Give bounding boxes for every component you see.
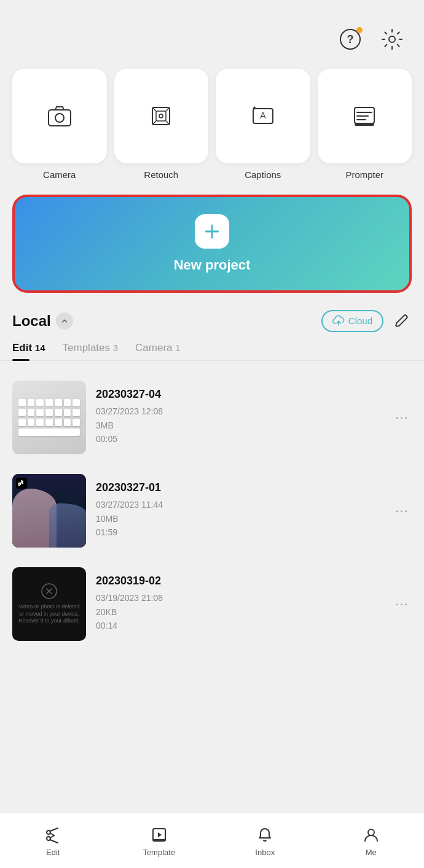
local-chevron-button[interactable]: [56, 312, 73, 330]
nav-template-label: Template: [143, 848, 175, 857]
tool-prompter[interactable]: Prompter: [318, 69, 412, 180]
person-icon: [361, 825, 381, 845]
new-project-button[interactable]: New project: [12, 195, 412, 293]
tool-grid: Camera Retouch A Captions: [0, 64, 424, 192]
edit-pencil-button[interactable]: [392, 311, 412, 331]
project-info: 20230319-02 03/19/2023 21:08 20KB 00:14: [96, 575, 382, 632]
nav-inbox-label: Inbox: [255, 848, 275, 857]
svg-line-25: [50, 835, 55, 838]
svg-line-22: [50, 828, 58, 831]
tiktok-badge: [16, 478, 27, 489]
template-icon: [149, 825, 169, 845]
project-more-button[interactable]: ···: [392, 594, 412, 614]
project-name: 20230327-04: [96, 388, 382, 401]
nav-edit[interactable]: Edit: [0, 825, 106, 857]
project-thumb: [12, 474, 86, 548]
project-thumb: Video or photo is deleted or moved in yo…: [12, 567, 86, 641]
tab-edit-label: Edit: [12, 342, 32, 354]
tab-templates-count: 3: [113, 343, 118, 353]
project-info: 20230327-04 03/27/2023 12:08 3MB 00:05: [96, 388, 382, 446]
tab-camera[interactable]: Camera 1: [135, 342, 181, 360]
notification-dot: [356, 27, 363, 33]
new-project-label: New project: [174, 257, 251, 273]
tab-edit[interactable]: Edit 14: [12, 342, 45, 360]
table-row[interactable]: 20230327-01 03/27/2023 11:44 10MB 01:59 …: [0, 464, 424, 557]
prompter-label: Prompter: [345, 169, 383, 180]
table-row[interactable]: Video or photo is deleted or moved in yo…: [0, 557, 424, 651]
svg-text:?: ?: [347, 33, 354, 45]
captions-card[interactable]: A: [216, 69, 310, 163]
svg-text:A: A: [260, 110, 266, 120]
local-header: Local Cloud: [0, 308, 424, 342]
project-meta: 03/27/2023 12:08 3MB 00:05: [96, 405, 382, 446]
local-actions: Cloud: [321, 310, 412, 332]
settings-button[interactable]: [377, 25, 407, 54]
project-name: 20230327-01: [96, 481, 382, 494]
project-meta: 03/19/2023 21:08 20KB 00:14: [96, 591, 382, 632]
tab-templates[interactable]: Templates 3: [63, 342, 119, 360]
svg-line-23: [50, 840, 58, 843]
nav-edit-label: Edit: [46, 848, 60, 857]
prompter-card[interactable]: [318, 69, 412, 163]
retouch-card[interactable]: [114, 69, 209, 163]
project-name: 20230319-02: [96, 575, 382, 587]
tab-camera-label: Camera: [135, 342, 172, 354]
local-title: Local: [12, 312, 51, 330]
project-tabs: Edit 14 Templates 3 Camera 1: [0, 342, 424, 361]
tab-edit-count: 14: [35, 343, 45, 353]
bottom-nav: Edit Template Inbox Me: [0, 813, 424, 868]
tool-retouch[interactable]: Retouch: [114, 69, 209, 180]
nav-template[interactable]: Template: [106, 825, 213, 857]
nav-me[interactable]: Me: [318, 825, 425, 857]
svg-point-4: [55, 114, 64, 122]
tab-templates-label: Templates: [63, 342, 110, 354]
project-info: 20230327-01 03/27/2023 11:44 10MB 01:59: [96, 481, 382, 539]
header: ?: [0, 0, 424, 64]
nav-inbox[interactable]: Inbox: [212, 825, 318, 857]
cloud-button[interactable]: Cloud: [321, 310, 383, 332]
project-meta: 03/27/2023 11:44 10MB 01:59: [96, 498, 382, 539]
project-more-button[interactable]: ···: [392, 408, 412, 427]
svg-point-7: [159, 114, 163, 118]
svg-rect-6: [156, 111, 166, 121]
project-more-button[interactable]: ···: [392, 501, 412, 521]
camera-label: Camera: [43, 169, 76, 180]
retouch-label: Retouch: [144, 169, 178, 180]
new-project-container: New project: [0, 192, 424, 308]
new-project-icon: [195, 214, 229, 249]
tool-captions[interactable]: A Captions: [216, 69, 310, 180]
svg-point-29: [368, 829, 374, 835]
tab-camera-count: 1: [175, 343, 180, 353]
svg-point-2: [389, 36, 395, 42]
tool-camera[interactable]: Camera: [12, 69, 107, 180]
project-list: 20230327-04 03/27/2023 12:08 3MB 00:05 ·…: [0, 366, 424, 656]
svg-marker-27: [158, 832, 162, 837]
scissors-icon: [43, 825, 63, 845]
camera-card[interactable]: [12, 69, 107, 163]
error-thumbnail: Video or photo is deleted or moved in yo…: [12, 567, 86, 641]
cloud-button-label: Cloud: [348, 316, 372, 326]
svg-line-24: [50, 833, 55, 835]
bell-icon: [255, 825, 275, 845]
svg-rect-3: [49, 110, 71, 126]
table-row[interactable]: 20230327-04 03/27/2023 12:08 3MB 00:05 ·…: [0, 371, 424, 464]
local-title-group: Local: [12, 312, 73, 330]
project-thumb: [12, 381, 86, 454]
error-message: Video or photo is deleted or moved in yo…: [17, 603, 81, 625]
help-button[interactable]: ?: [336, 25, 365, 54]
svg-rect-14: [355, 123, 374, 126]
nav-me-label: Me: [366, 848, 377, 857]
captions-label: Captions: [245, 169, 281, 180]
